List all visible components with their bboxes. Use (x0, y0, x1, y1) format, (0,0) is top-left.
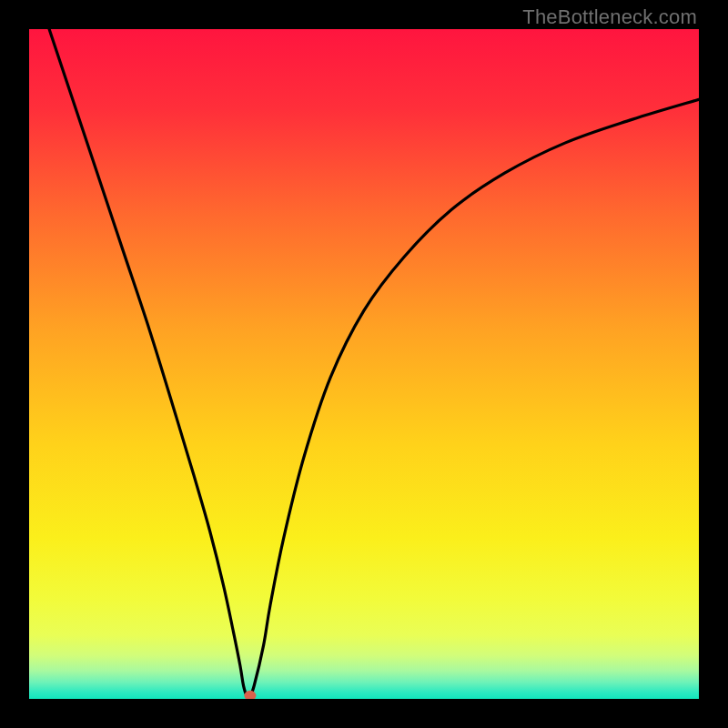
chart-frame: TheBottleneck.com (0, 0, 728, 728)
plot-area (29, 29, 699, 699)
bottleneck-curve (29, 29, 699, 699)
watermark-text: TheBottleneck.com (522, 5, 697, 29)
